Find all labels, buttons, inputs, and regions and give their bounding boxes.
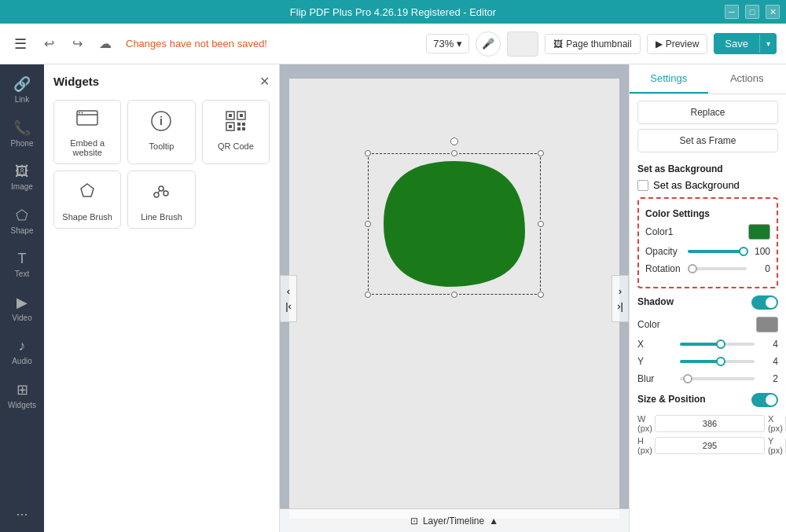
cloud-button[interactable]: ☁ [94, 33, 116, 55]
title-bar: Flip PDF Plus Pro 4.26.19 Registered - E… [0, 0, 786, 24]
chevron-left-icon: ‹ [287, 285, 290, 297]
preview-button[interactable]: ▶ Preview [647, 34, 708, 54]
phone-icon: 📞 [13, 119, 31, 137]
preview-play-icon: ▶ [656, 39, 663, 50]
color1-swatch[interactable] [748, 224, 770, 240]
color1-label: Color1 [645, 226, 673, 237]
handle-bottom-left[interactable] [365, 292, 371, 298]
handle-mid-left[interactable] [365, 221, 371, 227]
svg-text:i: i [160, 115, 163, 127]
rotation-slider[interactable] [688, 267, 747, 270]
layer-timeline-bar[interactable]: ⊡ Layer/Timeline ▲ [280, 508, 629, 532]
size-position-grid: W (px) X (px) H (px) Y (px) [637, 414, 778, 455]
widgets-close-button[interactable]: ✕ [259, 74, 270, 89]
replace-button[interactable]: Replace [637, 101, 778, 124]
color-settings-box: Color Settings Color1 Opacity 100 Rotati… [637, 197, 778, 288]
unsaved-message: Changes have not been saved! [126, 38, 267, 50]
sidebar-item-video[interactable]: ▶ Video [0, 286, 44, 330]
shadow-y-slider[interactable] [680, 360, 755, 363]
redo-button[interactable]: ↪ [66, 33, 88, 55]
width-input[interactable] [655, 415, 765, 432]
set-as-frame-button[interactable]: Set as Frame [637, 129, 778, 152]
tab-actions[interactable]: Actions [708, 64, 787, 94]
canvas-area: ‹ |‹ › ›| ⊡ Layer/Timeline ▲ [280, 64, 629, 532]
sidebar-item-audio[interactable]: ♪ Audio [0, 330, 44, 373]
rotate-handle[interactable] [450, 138, 458, 145]
nav-prev-button[interactable]: ‹ |‹ [280, 275, 297, 322]
shadow-blur-value: 2 [759, 373, 778, 384]
widget-shape-brush[interactable]: Shape Brush [53, 171, 121, 229]
nav-next-button[interactable]: › ›| [612, 275, 629, 322]
tooltip-label: Tooltip [149, 141, 174, 151]
sidebar-item-shape[interactable]: ⬠ Shape [0, 199, 44, 243]
opacity-thumb[interactable] [739, 247, 748, 256]
shape-brush-icon [76, 181, 98, 207]
chevron-right-icon: › [619, 285, 622, 297]
widget-embed-website[interactable]: Embed a website [53, 100, 121, 164]
shadow-x-row: X 4 [637, 339, 778, 350]
save-button[interactable]: Save [714, 33, 759, 54]
zoom-control[interactable]: 73% ▾ [426, 34, 469, 53]
tab-actions-label: Actions [730, 72, 764, 84]
y-label: Y (px) [768, 436, 783, 455]
sidebar-item-label-shape: Shape [11, 226, 34, 235]
handle-bottom-center[interactable] [451, 292, 457, 298]
link-icon: 🔗 [13, 75, 31, 93]
widgets-panel: Widgets ✕ Embed a website [44, 64, 280, 532]
sidebar-item-text[interactable]: T Text [0, 243, 44, 286]
minimize-button[interactable]: ─ [725, 5, 739, 19]
shadow-x-slider[interactable] [680, 343, 755, 346]
sidebar-item-phone[interactable]: 📞 Phone [0, 112, 44, 156]
shadow-blur-slider[interactable] [680, 377, 755, 380]
shadow-toggle[interactable] [751, 295, 778, 310]
size-position-toggle[interactable] [751, 393, 778, 407]
shadow-row: Shadow [637, 293, 778, 312]
svg-point-2 [79, 112, 80, 114]
handle-top-center[interactable] [451, 150, 457, 156]
more-options-button[interactable]: ··· [16, 506, 28, 532]
rotation-row: Rotation 0 [645, 263, 770, 274]
undo-button[interactable]: ↩ [38, 33, 60, 55]
shadow-y-thumb[interactable] [716, 357, 725, 366]
app-title: Flip PDF Plus Pro 4.26.19 Registered - E… [290, 6, 496, 18]
save-dropdown-button[interactable]: ▾ [759, 35, 777, 53]
shadow-color-swatch[interactable] [756, 317, 778, 332]
hamburger-menu-button[interactable]: ☰ [9, 33, 31, 55]
opacity-slider[interactable] [688, 250, 747, 253]
right-tabs: Settings Actions [630, 64, 786, 94]
selected-shape-container[interactable] [368, 153, 541, 295]
handle-bottom-right[interactable] [538, 292, 544, 298]
tab-settings-label: Settings [650, 72, 687, 84]
handle-top-right[interactable] [538, 150, 544, 156]
height-input[interactable] [655, 437, 765, 454]
shadow-y-row: Y 4 [637, 356, 778, 367]
color-settings-title: Color Settings [645, 208, 770, 219]
sidebar-item-link[interactable]: 🔗 Link [0, 68, 44, 112]
tab-settings[interactable]: Settings [630, 64, 708, 94]
sidebar-item-widgets[interactable]: ⊞ Widgets [0, 373, 44, 417]
page-thumbnail-button[interactable]: 🖼 Page thumbnail [545, 34, 640, 54]
widget-tooltip[interactable]: i Tooltip [127, 100, 195, 164]
shadow-color-label: Color [637, 319, 660, 330]
handle-mid-right[interactable] [538, 221, 544, 227]
close-button[interactable]: ✕ [766, 5, 780, 19]
layer-timeline-arrow-icon: ▲ [489, 515, 498, 526]
microphone-button[interactable]: 🎤 [476, 31, 501, 57]
window-controls: ─ □ ✕ [725, 5, 780, 19]
set-as-background-checkbox[interactable] [637, 180, 648, 191]
sidebar-item-image[interactable]: 🖼 Image [0, 156, 44, 199]
handle-top-left[interactable] [365, 150, 371, 156]
shadow-blur-thumb[interactable] [683, 374, 692, 383]
size-position-title: Size & Position [637, 394, 706, 405]
widget-line-brush[interactable]: Line Brush [127, 171, 195, 229]
sidebar-item-label-image: Image [11, 182, 33, 191]
preview-label: Preview [666, 39, 700, 50]
widget-qr-code[interactable]: QR Code [202, 100, 270, 164]
maximize-button[interactable]: □ [745, 5, 759, 19]
rotation-thumb[interactable] [688, 264, 697, 273]
shadow-x-thumb[interactable] [716, 339, 725, 349]
shape-brush-label: Shape Brush [62, 212, 112, 222]
x-label: X (px) [768, 414, 783, 433]
page-thumbnail-icon: 🖼 [553, 39, 563, 50]
width-field-group: W (px) [637, 414, 765, 433]
